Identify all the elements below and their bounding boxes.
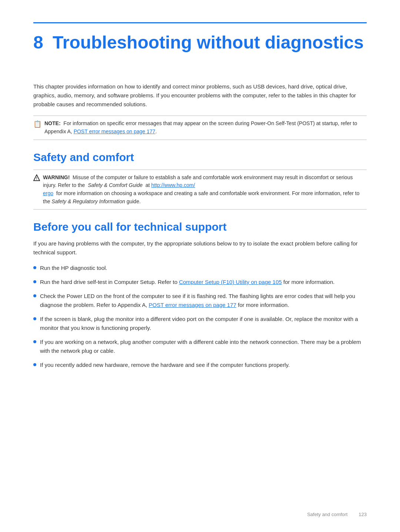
top-rule [33, 22, 367, 23]
page: 8 Troubleshooting without diagnostics Th… [0, 0, 400, 532]
list-item-text: Run the HP diagnostic tool. [40, 264, 107, 272]
list-item: If you recently added new hardware, remo… [33, 361, 367, 369]
section1-heading: Safety and comfort [33, 151, 367, 164]
note-icon: 📋 [33, 120, 41, 128]
bullet-dot [33, 363, 36, 366]
list-item-text: If you recently added new hardware, remo… [40, 361, 290, 369]
list-item: Check the Power LED on the front of the … [33, 292, 367, 310]
svg-text:!: ! [36, 177, 37, 181]
footer-section-label: Safety and comfort [307, 512, 347, 517]
warning-text-middle: at [146, 182, 150, 188]
section2-intro: If you are having problems with the comp… [33, 239, 367, 257]
bullet-link-1[interactable]: Computer Setup (F10) Utility on page 105 [179, 279, 282, 285]
list-item: If you are working on a network, plug an… [33, 338, 367, 355]
list-item: If the screen is blank, plug the monitor… [33, 315, 367, 332]
chapter-title-text: Troubleshooting without diagnostics [53, 33, 364, 52]
bullet-list: Run the HP diagnostic tool. Run the hard… [33, 264, 367, 369]
bullet-dot [33, 266, 36, 269]
bullet-dot [33, 280, 36, 283]
warning-content: WARNING! Misuse of the computer or failu… [43, 174, 367, 206]
warning-triangle-icon: ! [33, 174, 40, 183]
note-content: NOTE: For information on specific error … [44, 120, 367, 135]
warning-text-end: guide. [127, 198, 141, 204]
list-item: Run the hard drive self-test in Computer… [33, 278, 367, 287]
chapter-title: 8 Troubleshooting without diagnostics [33, 32, 367, 53]
chapter-number: 8 [33, 33, 43, 52]
bullet-link-2[interactable]: POST error messages on page 177 [149, 302, 237, 308]
list-item: Run the HP diagnostic tool. [33, 264, 367, 272]
note-label: NOTE: [44, 120, 61, 126]
warning-box: ! WARNING! Misuse of the computer or fai… [33, 170, 367, 210]
list-item-text: If you are working on a network, plug an… [40, 338, 367, 355]
note-link[interactable]: POST error messages on page 177 [74, 128, 156, 134]
warning-italic1: Safety & Comfort Guide [88, 182, 143, 188]
bullet-dot [33, 294, 36, 297]
intro-paragraph: This chapter provides information on how… [33, 82, 367, 109]
section2-heading: Before you call for technical support [33, 221, 367, 233]
list-item-text: Check the Power LED on the front of the … [40, 292, 367, 310]
list-item-text: Run the hard drive self-test in Computer… [40, 278, 334, 287]
note-box: 📋 NOTE: For information on specific erro… [33, 116, 367, 140]
warning-label: WARNING! [43, 174, 70, 180]
list-item-text: If the screen is blank, plug the monitor… [40, 315, 367, 332]
warning-italic2: Safety & Regulatory Information [51, 198, 125, 204]
footer-page-number: 123 [359, 512, 367, 517]
footer: Safety and comfort 123 [307, 512, 367, 517]
note-text: For information on specific error messag… [44, 120, 357, 134]
bullet-dot [33, 340, 36, 343]
bullet-dot [33, 317, 36, 320]
